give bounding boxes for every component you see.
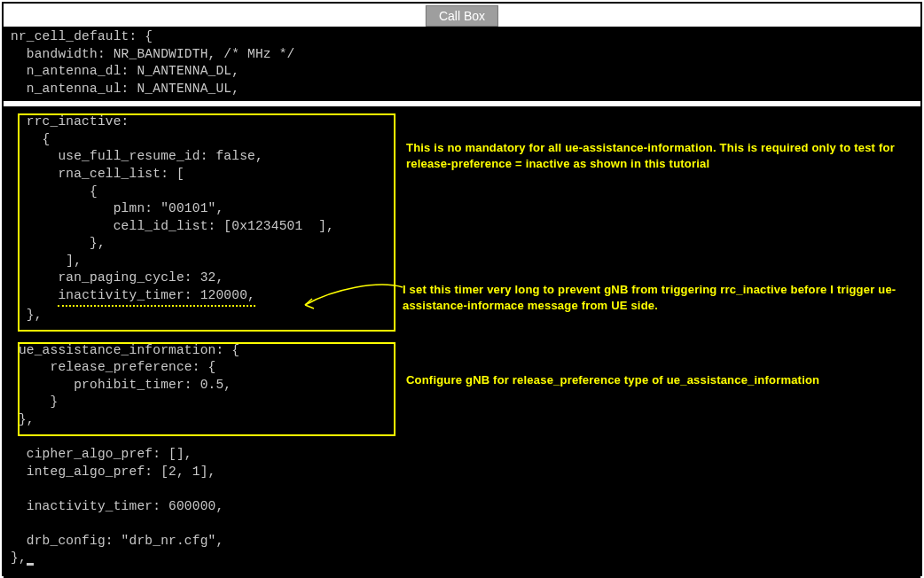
inactivity-timer-highlighted: inactivity_timer: 120000, [58, 287, 255, 308]
top-bar: Call Box [4, 4, 920, 27]
blank-line [11, 428, 913, 446]
code-line: }, [11, 411, 913, 429]
code-line: inactivity_timer: 600000, [11, 498, 913, 516]
code-line: ], [11, 253, 913, 270]
code-region-main: This is no mandatory for all ue-assistan… [4, 106, 920, 578]
blank-line [11, 480, 913, 498]
code-region-top: nr_cell_default: { bandwidth: NR_BANDWID… [4, 27, 920, 101]
code-line: bandwidth: NR_BANDWIDTH, /* MHz */ [11, 46, 913, 64]
code-line: integ_algo_pref: [2, 1], [11, 464, 913, 481]
document-frame: Call Box nr_cell_default: { bandwidth: N… [2, 2, 922, 576]
cursor-icon [27, 563, 34, 566]
code-line: }, [11, 550, 913, 567]
annotation-inactivity-timer: I set this timer very long to prevent gN… [403, 282, 899, 313]
code-line: } [11, 394, 913, 411]
code-line: n_antenna_dl: N_ANTENNA_DL, [11, 63, 913, 81]
annotation-ue-assistance: Configure gNB for release_preference typ… [406, 372, 819, 388]
code-line: drb_config: "drb_nr.cfg", [11, 533, 913, 551]
code-text: }, [11, 551, 27, 565]
code-line: cipher_algo_pref: [], [11, 446, 913, 464]
code-line: ue_assistance_information: { [11, 342, 913, 360]
code-line: rrc_inactive: [11, 113, 913, 131]
code-line: plmn: "00101", [11, 200, 913, 218]
code-line: n_antenna_ul: N_ANTENNA_UL, [11, 81, 913, 98]
code-line: nr_cell_default: { [11, 28, 913, 46]
call-box-tab[interactable]: Call Box [426, 5, 498, 27]
blank-line [11, 324, 913, 342]
code-line: }, [11, 235, 913, 253]
code-line: { [11, 184, 913, 201]
code-text [11, 288, 58, 302]
annotation-rrc-inactive: This is no mandatory for all ue-assistan… [406, 140, 903, 171]
blank-line [11, 515, 913, 533]
code-line: cell_id_list: [0x1234501 ], [11, 218, 913, 236]
